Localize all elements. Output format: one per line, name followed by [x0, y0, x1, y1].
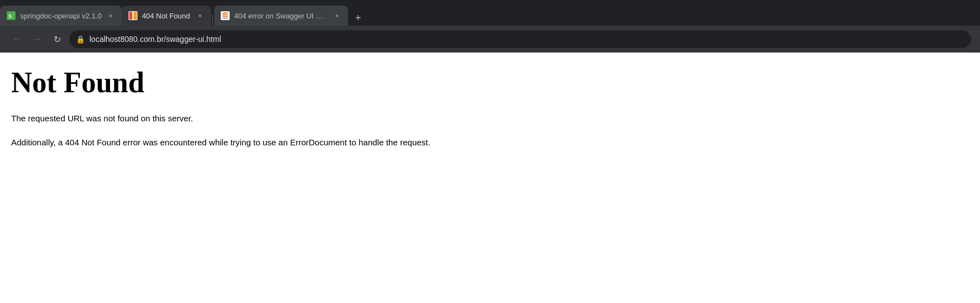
address-input-container[interactable]: 🔒 localhost8080.com.br/swagger-ui.html [69, 30, 971, 48]
stackoverflow-favicon [221, 11, 230, 20]
tab-404-close[interactable]: × [196, 11, 204, 20]
error-message-2: Additionally, a 404 Not Found error was … [11, 136, 969, 149]
tab-404-label: 404 Not Found [142, 12, 191, 20]
404-favicon [129, 11, 137, 20]
tab-404[interactable]: 404 Not Found × [122, 6, 211, 26]
svg-text:S: S [8, 13, 12, 19]
reload-button[interactable]: ↻ [49, 31, 65, 47]
error-message-1: The requested URL was not found on this … [11, 112, 969, 125]
tab-springdoc-close[interactable]: × [106, 11, 115, 20]
address-bar: ← → ↻ 🔒 localhost8080.com.br/swagger-ui.… [0, 26, 980, 53]
address-text: localhost8080.com.br/swagger-ui.html [89, 35, 964, 44]
tab-stackoverflow-label: 404 error on Swagger UI with S [234, 12, 328, 20]
svg-rect-4 [134, 12, 137, 20]
error-heading: Not Found [11, 66, 969, 99]
svg-rect-3 [129, 12, 132, 20]
svg-rect-8 [222, 16, 228, 17]
svg-rect-9 [222, 17, 228, 19]
new-tab-button[interactable]: + [350, 10, 366, 26]
back-button[interactable]: ← [9, 31, 25, 47]
tab-springdoc-label: springdoc-openapi v2.1.0 [20, 12, 102, 20]
tab-springdoc[interactable]: S springdoc-openapi v2.1.0 × [0, 6, 122, 26]
tab-bar: S springdoc-openapi v2.1.0 × 404 Not Fou… [0, 0, 980, 26]
lock-icon: 🔒 [76, 35, 85, 44]
springdoc-favicon: S [7, 11, 16, 20]
forward-button[interactable]: → [29, 31, 45, 47]
tab-stackoverflow[interactable]: 404 error on Swagger UI with S × [214, 6, 348, 26]
page-content: Not Found The requested URL was not foun… [0, 53, 980, 276]
tab-divider [212, 15, 213, 26]
tab-stackoverflow-close[interactable]: × [332, 11, 341, 20]
browser-chrome: S springdoc-openapi v2.1.0 × 404 Not Fou… [0, 0, 980, 53]
